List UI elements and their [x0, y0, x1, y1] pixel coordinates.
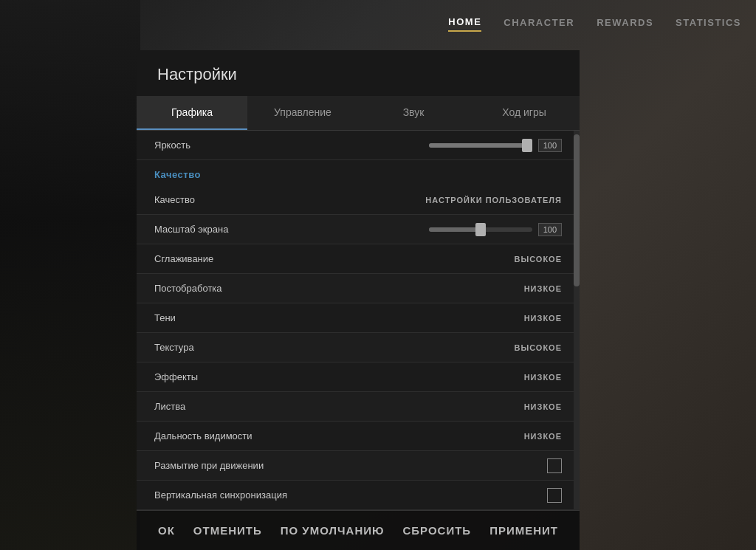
screen-scale-slider-track[interactable] [429, 227, 532, 232]
value-effects[interactable]: НИЗКОЕ [524, 373, 562, 382]
label-texture: Текстура [154, 342, 514, 353]
label-motion-blur: Размытие при движении [154, 460, 547, 471]
settings-title: Настройки [137, 50, 580, 96]
top-nav: HOME CHARACTER REWARDS STATISTICS [433, 0, 756, 45]
row-brightness: Яркость 100 [137, 131, 580, 160]
tab-gameplay[interactable]: Ход игры [469, 96, 580, 130]
settings-content: Яркость 100 Качество Качество НАСТРОЙКИ … [137, 131, 580, 510]
btn-default[interactable]: ПО УМОЛЧАНИЮ [281, 524, 385, 537]
row-foliage: Листва НИЗКОЕ [137, 392, 580, 422]
value-view-distance[interactable]: НИЗКОЕ [524, 432, 562, 441]
bottom-bar: ОК ОТМЕНИТЬ ПО УМОЛЧАНИЮ СБРОСИТЬ ПРИМЕН… [137, 510, 580, 550]
btn-ok[interactable]: ОК [158, 524, 175, 537]
screen-scale-slider-thumb[interactable] [475, 223, 486, 236]
value-antialiasing[interactable]: ВЫСОКОЕ [514, 255, 562, 264]
row-effects: Эффекты НИЗКОЕ [137, 362, 580, 392]
scrollbar[interactable] [574, 131, 580, 510]
scrollbar-thumb[interactable] [574, 134, 580, 286]
row-shadows: Тени НИЗКОЕ [137, 303, 580, 333]
row-quality: Качество НАСТРОЙКИ ПОЛЬЗОВАТЕЛЯ [137, 185, 580, 215]
nav-character[interactable]: CHARACTER [504, 14, 574, 31]
label-shadows: Тени [154, 312, 524, 323]
nav-rewards[interactable]: REWARDS [597, 14, 653, 31]
btn-cancel[interactable]: ОТМЕНИТЬ [193, 524, 262, 537]
brightness-value: 100 [538, 139, 562, 152]
tab-controls[interactable]: Управление [247, 96, 358, 130]
brightness-slider-fill [429, 143, 532, 148]
row-vsync: Вертикальная синхронизация [137, 481, 580, 510]
value-foliage[interactable]: НИЗКОЕ [524, 402, 562, 411]
checkbox-motion-blur[interactable] [547, 458, 562, 473]
label-effects: Эффекты [154, 371, 524, 382]
value-texture[interactable]: ВЫСОКОЕ [514, 343, 562, 352]
row-antialiasing: Сглаживание ВЫСОКОЕ [137, 244, 580, 274]
value-quality[interactable]: НАСТРОЙКИ ПОЛЬЗОВАТЕЛЯ [425, 196, 562, 204]
brightness-slider-track[interactable] [429, 143, 532, 148]
settings-panel: Настройки Графика Управление Звук Ход иг… [137, 50, 580, 510]
nav-statistics[interactable]: STATISTICS [676, 14, 741, 31]
label-view-distance: Дальность видимости [154, 430, 524, 441]
row-screen-scale: Масштаб экрана 100 [137, 215, 580, 244]
quality-section-title: Качество [154, 169, 201, 180]
screen-scale-value: 100 [538, 223, 562, 236]
label-screen-scale: Масштаб экрана [154, 224, 429, 235]
screen-scale-slider-fill [429, 227, 481, 232]
checkbox-vsync[interactable] [547, 488, 562, 503]
brightness-slider-thumb[interactable] [522, 139, 532, 152]
label-quality: Качество [154, 194, 425, 205]
value-postprocessing[interactable]: НИЗКОЕ [524, 284, 562, 293]
brightness-slider-container: 100 [429, 139, 562, 152]
row-view-distance: Дальность видимости НИЗКОЕ [137, 422, 580, 451]
row-postprocessing: Постобработка НИЗКОЕ [137, 274, 580, 303]
btn-apply[interactable]: ПРИМЕНИТ [489, 524, 558, 537]
quality-section-header: Качество [137, 160, 580, 185]
row-texture: Текстура ВЫСОКОЕ [137, 333, 580, 362]
tabs-container: Графика Управление Звук Ход игры [137, 96, 580, 131]
tab-graphics[interactable]: Графика [137, 96, 247, 130]
tab-sound[interactable]: Звук [358, 96, 469, 130]
screen-scale-slider-container: 100 [429, 223, 562, 236]
label-postprocessing: Постобработка [154, 283, 524, 294]
label-antialiasing: Сглаживание [154, 253, 514, 264]
nav-home[interactable]: HOME [448, 13, 481, 32]
label-brightness: Яркость [154, 140, 429, 151]
label-foliage: Листва [154, 401, 524, 412]
btn-reset[interactable]: СБРОСИТЬ [402, 524, 471, 537]
value-shadows[interactable]: НИЗКОЕ [524, 314, 562, 323]
row-motion-blur: Размытие при движении [137, 451, 580, 481]
label-vsync: Вертикальная синхронизация [154, 489, 547, 501]
